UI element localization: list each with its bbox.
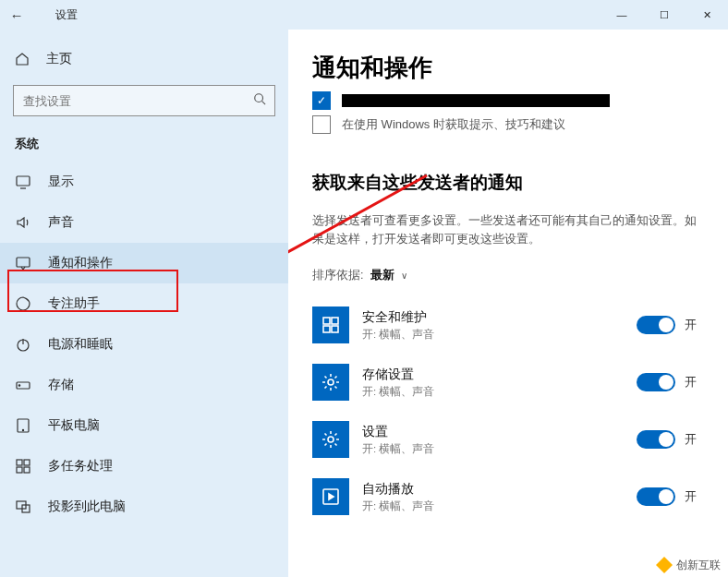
svg-rect-9 [24, 460, 30, 465]
toggle-label: 开 [685, 489, 697, 505]
project-icon [15, 499, 31, 515]
sort-label: 排序依据: [312, 269, 363, 282]
home-link[interactable]: 主页 [0, 42, 288, 76]
back-button[interactable]: ← [0, 7, 33, 23]
watermark-logo-icon [656, 557, 673, 573]
toggle-switch[interactable] [637, 430, 675, 449]
minimize-button[interactable]: — [601, 0, 643, 30]
svg-rect-10 [17, 467, 22, 473]
sidebar-item-notifications[interactable]: 通知和操作 [0, 243, 288, 283]
notifications-icon [15, 255, 31, 271]
svg-rect-8 [17, 460, 22, 465]
option-tips[interactable]: 在使用 Windows 时获取提示、技巧和建议 [312, 115, 704, 134]
svg-rect-2 [17, 258, 30, 267]
svg-rect-11 [24, 467, 30, 473]
svg-rect-14 [323, 318, 330, 324]
svg-rect-17 [332, 326, 338, 332]
sidebar-item-focus[interactable]: 专注助手 [0, 283, 288, 324]
sender-row[interactable]: 设置 开: 横幅、声音 开 [312, 411, 704, 468]
sidebar-item-label: 显示 [48, 174, 74, 190]
option-row[interactable]: ✓ [312, 91, 704, 110]
sidebar-item-project[interactable]: 投影到此电脑 [0, 487, 288, 527]
sender-row[interactable]: 存储设置 开: 横幅、声音 开 [312, 354, 704, 411]
app-icon [312, 364, 349, 401]
multitask-icon [15, 458, 31, 475]
sidebar-item-label: 专注助手 [48, 295, 100, 312]
toggle-switch[interactable] [637, 373, 675, 391]
sidebar-item-label: 多任务处理 [48, 458, 113, 475]
sidebar-item-tablet[interactable]: 平板电脑 [0, 405, 288, 446]
svg-rect-1 [17, 176, 30, 186]
tablet-icon [15, 417, 31, 434]
sort-value: 最新 [370, 269, 394, 282]
main-content: 通知和操作 ✓ 在使用 Windows 时获取提示、技巧和建议 获取来自这些发送… [288, 30, 728, 577]
app-icon [312, 421, 349, 458]
sidebar-item-storage[interactable]: 存储 [0, 365, 288, 405]
search-input[interactable] [13, 85, 275, 116]
sender-name: 自动播放 [362, 481, 624, 498]
option-obscured-label [342, 94, 610, 107]
sidebar-item-label: 平板电脑 [48, 417, 100, 434]
sound-icon [15, 214, 31, 231]
sidebar-item-label: 存储 [48, 377, 74, 393]
section-heading: 获取来自这些发送者的通知 [312, 171, 704, 195]
checkbox-checked-icon: ✓ [312, 91, 331, 110]
page-heading: 通知和操作 [312, 52, 704, 84]
section-description: 选择发送者可查看更多设置。一些发送者还可能有其自己的通知设置。如果是这样，打开发… [312, 211, 700, 247]
toggle-switch[interactable] [637, 487, 675, 506]
sender-row[interactable]: 安全和维护 开: 横幅、声音 开 [312, 296, 704, 354]
window-controls: — ☐ ✕ [601, 0, 728, 30]
toggle-switch[interactable] [637, 316, 675, 334]
sidebar-item-label: 声音 [48, 214, 74, 231]
power-icon [15, 336, 31, 353]
focus-icon [15, 295, 31, 312]
svg-point-19 [328, 437, 334, 442]
sort-control[interactable]: 排序依据: 最新 ∨ [312, 268, 704, 283]
sender-row[interactable]: 自动播放 开: 横幅、声音 开 [312, 468, 704, 525]
svg-rect-15 [332, 318, 338, 324]
svg-point-18 [328, 379, 334, 385]
app-icon [312, 307, 349, 343]
sidebar-item-multitask[interactable]: 多任务处理 [0, 446, 288, 487]
sender-info: 自动播放 开: 横幅、声音 [362, 481, 624, 513]
sender-subtitle: 开: 横幅、声音 [362, 499, 624, 513]
sender-info: 存储设置 开: 横幅、声音 [362, 367, 624, 399]
watermark-text: 创新互联 [676, 558, 721, 573]
window-title: 设置 [55, 7, 78, 23]
svg-rect-16 [323, 326, 330, 332]
home-label: 主页 [46, 51, 72, 67]
svg-point-0 [255, 94, 263, 102]
toggle-label: 开 [685, 375, 697, 391]
sidebar-item-display[interactable]: 显示 [0, 162, 288, 202]
close-button[interactable]: ✕ [686, 0, 728, 30]
category-header: 系统 [15, 137, 288, 152]
sidebar: 主页 系统 显示声音通知和操作专注助手电源和睡眠存储平板电脑多任务处理投影到此电… [0, 30, 288, 577]
display-icon [15, 174, 31, 190]
sidebar-item-power[interactable]: 电源和睡眠 [0, 324, 288, 365]
watermark: 创新互联 [656, 557, 721, 573]
svg-point-5 [18, 385, 19, 386]
sender-subtitle: 开: 横幅、声音 [362, 328, 624, 342]
app-icon [312, 478, 349, 515]
toggle-label: 开 [685, 318, 697, 333]
sender-name: 设置 [362, 424, 624, 440]
sender-subtitle: 开: 横幅、声音 [362, 385, 624, 399]
sender-info: 设置 开: 横幅、声音 [362, 424, 624, 456]
checkbox-unchecked-icon [312, 115, 331, 134]
sender-list: 安全和维护 开: 横幅、声音 开 存储设置 开: 横幅、声音 开 设置 开: 横… [312, 296, 704, 525]
sender-name: 存储设置 [362, 367, 624, 383]
sidebar-item-sound[interactable]: 声音 [0, 202, 288, 243]
option-tips-label: 在使用 Windows 时获取提示、技巧和建议 [342, 116, 565, 133]
title-bar: ← 设置 — ☐ ✕ [0, 0, 728, 30]
sidebar-item-label: 电源和睡眠 [48, 336, 113, 353]
search-icon [253, 92, 266, 108]
maximize-button[interactable]: ☐ [643, 0, 686, 30]
svg-point-7 [22, 429, 23, 430]
sender-info: 安全和维护 开: 横幅、声音 [362, 309, 624, 342]
sidebar-item-label: 通知和操作 [48, 255, 113, 271]
sender-name: 安全和维护 [362, 309, 624, 326]
sender-subtitle: 开: 横幅、声音 [362, 442, 624, 456]
search-box[interactable] [13, 85, 275, 116]
storage-icon [15, 377, 31, 393]
toggle-label: 开 [685, 432, 697, 448]
